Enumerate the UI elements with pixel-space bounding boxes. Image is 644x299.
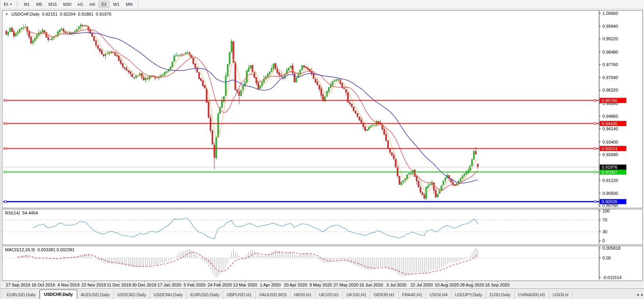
chart-tab-16-CHINA300-H1[interactable]: CHINA300,H1	[515, 290, 550, 299]
tab-scroll-arrows: ◄►	[635, 293, 644, 297]
price-tick-label: 0.99940	[602, 24, 618, 29]
horizontal-line-0.93024[interactable]	[3, 148, 599, 150]
price-label-box-0.91976: 0.91976	[600, 165, 626, 170]
date-label: 8 May 2020	[309, 283, 332, 287]
macd-tick-label: -0.011514	[602, 275, 622, 280]
date-label: 20 Apr 2020	[284, 283, 307, 287]
date-label: 24 Feb 2020	[208, 283, 232, 287]
date-label: 16 Oct 2019	[31, 283, 55, 287]
horizontal-line-0.94436[interactable]	[3, 122, 599, 124]
chart-tab-10-UK100-H1[interactable]: UK100,H1	[343, 290, 370, 299]
price-tick-label: 0.98480	[602, 50, 618, 54]
chart-tab-14-USDJPY-Daily[interactable]: USDJPY,Daily	[452, 290, 486, 299]
price-label-box-0.95740: 0.95740	[600, 98, 626, 103]
tab-scroll-left-icon[interactable]: ◄	[636, 293, 639, 297]
chart-title: USDCHF,Daily	[11, 12, 40, 16]
price-tick-label: 0.92680	[602, 152, 618, 157]
horizontal-line-0.95740[interactable]	[3, 99, 599, 101]
horizontal-line-0.91697[interactable]	[3, 171, 599, 173]
svg-text:0.94436: 0.94436	[602, 121, 617, 126]
date-label: 16 Sep 2020	[485, 283, 509, 287]
date-label: 13 Mar 2020	[233, 283, 257, 287]
chart-tab-6-GBPUSD-H1[interactable]: GBPUSD,H1	[223, 290, 256, 299]
macd-chart-canvas[interactable]: 0.0058180.00-0.011514	[2, 246, 642, 280]
chart-tab-5-EURUSD-Daily[interactable]: EURUSD,Daily	[187, 290, 223, 299]
quote-open: 0.92151	[42, 12, 58, 16]
collapse-chart-arrow[interactable]: ▼	[5, 13, 8, 16]
candlestick-chart-icon	[3, 2, 9, 7]
price-tick-label: 0.97760	[602, 62, 618, 67]
date-label: 22 Nov 2019	[82, 283, 106, 287]
rsi-panel[interactable]: 10070300 RSI(14) 54.4454	[2, 209, 643, 245]
price-tick-label: 0.91220	[602, 178, 618, 183]
timeframe-button-W1[interactable]: W1	[110, 1, 122, 8]
chart-tab-1-USDCHF-Daily[interactable]: USDCHF,Daily	[40, 290, 77, 299]
chart-tab-13-USOil-H4[interactable]: USOil,H4	[426, 290, 452, 299]
candlestick-series	[5, 23, 478, 200]
date-label: 15 Jun 2020	[359, 283, 383, 287]
chart-tab-15-DJ30-Daily[interactable]: DJ30,Daily	[486, 290, 514, 299]
price-tick-label: 0.96320	[602, 88, 618, 92]
macd-indicator-values: 0.003381 0.002391	[37, 247, 74, 252]
price-tick-label: 0.99220	[602, 36, 618, 41]
date-label: 30 Dec 2019	[132, 283, 156, 287]
timeframe-button-D1[interactable]: D1	[98, 1, 109, 8]
rsi-tick-label: 30	[602, 229, 607, 234]
timeframes-toolbar: ▼ M1M5M15M30H1H4D1W1MN	[0, 0, 644, 9]
rsi-chart-canvas[interactable]: 10070300	[2, 209, 642, 244]
chevron-down-icon: ▼	[9, 3, 13, 6]
date-label: 22 Jul 2020	[410, 283, 433, 287]
price-chart-canvas[interactable]: 1.006600.999400.992200.984800.977600.970…	[2, 11, 642, 207]
timeframe-button-M15[interactable]: M15	[45, 1, 59, 8]
mt4-terminal: ▼ M1M5M15M30H1H4D1W1MN 1.006600.999400.9…	[0, 0, 644, 299]
toolbar-separator	[138, 1, 138, 7]
price-label-box-0.93024: 0.93024	[600, 146, 626, 151]
toolbar-grip[interactable]	[16, 2, 18, 7]
svg-text:0.93024: 0.93024	[602, 146, 617, 151]
rsi-tick-label: 100	[602, 209, 610, 213]
svg-text:0.95740: 0.95740	[602, 98, 617, 103]
date-label: 27 May 2020	[334, 283, 359, 287]
price-tick-label: 0.94860	[602, 114, 618, 119]
price-panel[interactable]: 1.006600.999400.992200.984800.977600.970…	[2, 10, 643, 208]
timeframe-button-M5[interactable]: M5	[33, 1, 45, 8]
price-label-box-0.94436: 0.94436	[600, 121, 626, 126]
price-label-box-0.91697: 0.91697	[600, 169, 626, 175]
timeframe-button-M30[interactable]: M30	[60, 1, 74, 8]
svg-text:0.90026: 0.90026	[602, 199, 617, 204]
ma-medium-line	[29, 29, 478, 190]
price-tick-label: 0.97040	[602, 75, 618, 80]
chart-type-icon[interactable]: ▼	[2, 1, 14, 7]
timeframe-button-M1[interactable]: M1	[21, 1, 33, 8]
date-label: 4 Nov 2019	[58, 283, 80, 287]
price-label-box-0.90026: 0.90026	[600, 199, 626, 204]
chart-window: 1.006600.999400.992200.984800.977600.970…	[2, 9, 643, 288]
quote-high: 0.92204	[60, 12, 76, 16]
chart-tab-2-AUDUSD-Daily[interactable]: AUDUSD,Daily	[77, 290, 114, 299]
chart-tab-3-USDCAD-Daily[interactable]: USDCAD,Daily	[114, 290, 150, 299]
ma-slow-line	[69, 32, 478, 183]
macd-histogram	[18, 248, 478, 277]
chart-tab-0-EURUSD-Daily[interactable]: EURUSD,Daily	[3, 290, 40, 299]
timeframe-button-H1[interactable]: H1	[75, 1, 86, 8]
macd-panel[interactable]: 0.0058180.00-0.011514 MACD(12,26,9) 0.00…	[2, 246, 643, 281]
macd-indicator-name: MACD(12,26,9)	[5, 247, 35, 252]
svg-text:0.91976: 0.91976	[602, 165, 617, 169]
time-axis[interactable]: 27 Sep 201916 Oct 20194 Nov 201922 Nov 2…	[2, 281, 643, 288]
rsi-indicator-name: RSI(14)	[5, 211, 20, 215]
rsi-tick-label: 70	[602, 218, 607, 222]
chart-tab-11-GER30-H1[interactable]: GER30,H1	[370, 290, 398, 299]
chart-tab-4-USDCNH-Daily[interactable]: USDCNH,Daily	[150, 290, 187, 299]
chart-tab-9-UK100-H1[interactable]: UK100,H1	[316, 290, 343, 299]
timeframe-button-H4[interactable]: H4	[87, 1, 98, 8]
tab-scroll-right-icon[interactable]: ►	[640, 293, 644, 297]
svg-text:0.91697: 0.91697	[602, 170, 617, 175]
chart-tab-17-USOil-H[interactable]: USOil,H	[549, 290, 572, 299]
quote-low: 0.91881	[78, 12, 94, 16]
timeframe-button-MN[interactable]: MN	[123, 1, 135, 8]
chart-tab-12-FRA40-H1[interactable]: FRA40,H1	[399, 290, 426, 299]
horizontal-line-0.90026[interactable]	[3, 201, 599, 203]
chart-tab-8-HK50-H1[interactable]: HK50,H1	[290, 290, 316, 299]
chart-tab-7-XAUUSD-M15[interactable]: XAUUSD,M15	[256, 290, 290, 299]
price-tick-label: 0.93400	[602, 140, 618, 144]
